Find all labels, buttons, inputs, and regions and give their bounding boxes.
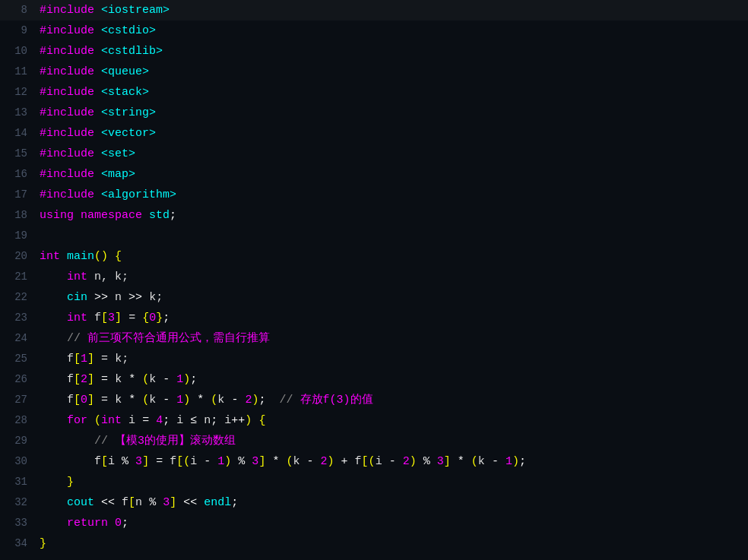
line-num-30: 30 [6, 451, 27, 472]
line-23: 23 int f[3] = {0}; [0, 308, 748, 328]
line-num-16: 16 [6, 164, 27, 185]
line-content-13: #include <string> [40, 103, 742, 123]
line-content-11: #include <queue> [40, 62, 742, 82]
line-15: 15 #include <set> [0, 144, 748, 164]
line-num-32: 32 [6, 492, 27, 513]
line-20: 20 int main() { [0, 246, 748, 267]
line-content-21: int n, k; [40, 267, 742, 287]
line-content-27: f[0] = k * (k - 1) * (k - 2); // 存放f(3)的… [40, 390, 742, 410]
line-num-13: 13 [6, 103, 27, 123]
line-content-34: } [40, 533, 742, 554]
line-content-9: #include <cstdio> [40, 21, 742, 41]
line-26: 26 f[2] = k * (k - 1); [0, 369, 748, 390]
line-num-22: 22 [6, 287, 27, 308]
line-content-25: f[1] = k; [40, 349, 742, 369]
line-num-9: 9 [6, 21, 27, 41]
line-33: 33 return 0; [0, 513, 748, 533]
line-content-20: int main() { [40, 246, 742, 267]
line-28: 28 for (int i = 4; i ≤ n; i++) { [0, 410, 748, 431]
line-content-15: #include <set> [40, 144, 742, 164]
line-content-30: f[i % 3] = f[(i - 1) % 3] * (k - 2) + f[… [40, 451, 742, 472]
line-29: 29 // 【模3的使用】滚动数组 [0, 431, 748, 451]
line-content-12: #include <stack> [40, 82, 742, 103]
line-25: 25 f[1] = k; [0, 349, 748, 369]
line-10: 10 #include <cstdlib> [0, 41, 748, 62]
line-9: 9 #include <cstdio> [0, 21, 748, 41]
line-14: 14 #include <vector> [0, 123, 748, 144]
line-content-26: f[2] = k * (k - 1); [40, 369, 742, 390]
code-editor: 8 #include <iostream> 9 #include <cstdio… [0, 0, 748, 560]
line-num-28: 28 [6, 410, 27, 431]
line-num-10: 10 [6, 41, 27, 62]
line-content-31: } [40, 472, 742, 492]
line-num-12: 12 [6, 82, 27, 103]
line-content-19 [40, 226, 742, 246]
line-content-18: using namespace std; [40, 205, 742, 226]
line-34: 34 } [0, 533, 748, 554]
line-num-26: 26 [6, 369, 27, 390]
line-12: 12 #include <stack> [0, 82, 748, 103]
line-num-14: 14 [6, 123, 27, 144]
line-22: 22 cin >> n >> k; [0, 287, 748, 308]
line-num-8: 8 [6, 0, 27, 21]
line-19: 19 [0, 226, 748, 246]
line-num-31: 31 [6, 472, 27, 492]
line-num-23: 23 [6, 308, 27, 328]
line-30: 30 f[i % 3] = f[(i - 1) % 3] * (k - 2) +… [0, 451, 748, 472]
line-num-34: 34 [6, 533, 27, 554]
line-num-18: 18 [6, 205, 27, 226]
line-17: 17 #include <algorithm> [0, 185, 748, 205]
line-num-21: 21 [6, 267, 27, 287]
line-num-24: 24 [6, 328, 27, 349]
line-8: 8 #include <iostream> [0, 0, 748, 21]
line-content-22: cin >> n >> k; [40, 287, 742, 308]
line-31: 31 } [0, 472, 748, 492]
line-content-8: #include <iostream> [40, 0, 742, 21]
line-content-23: int f[3] = {0}; [40, 308, 742, 328]
line-num-15: 15 [6, 144, 27, 164]
line-num-17: 17 [6, 185, 27, 205]
line-16: 16 #include <map> [0, 164, 748, 185]
line-27: 27 f[0] = k * (k - 1) * (k - 2); // 存放f(… [0, 390, 748, 410]
line-num-33: 33 [6, 513, 27, 533]
line-num-20: 20 [6, 246, 27, 267]
line-content-17: #include <algorithm> [40, 185, 742, 205]
line-num-27: 27 [6, 390, 27, 410]
line-11: 11 #include <queue> [0, 62, 748, 82]
line-24: 24 // 前三项不符合通用公式，需自行推算 [0, 328, 748, 349]
line-content-10: #include <cstdlib> [40, 41, 742, 62]
line-content-16: #include <map> [40, 164, 742, 185]
line-num-19: 19 [6, 226, 27, 246]
line-num-29: 29 [6, 431, 27, 451]
line-32: 32 cout << f[n % 3] << endl; [0, 492, 748, 513]
line-content-24: // 前三项不符合通用公式，需自行推算 [40, 328, 742, 349]
line-content-29: // 【模3的使用】滚动数组 [40, 431, 742, 451]
line-content-28: for (int i = 4; i ≤ n; i++) { [40, 410, 742, 431]
line-18: 18 using namespace std; [0, 205, 748, 226]
line-21: 21 int n, k; [0, 267, 748, 287]
line-content-32: cout << f[n % 3] << endl; [40, 492, 742, 513]
line-num-25: 25 [6, 349, 27, 369]
line-num-11: 11 [6, 62, 27, 82]
line-content-33: return 0; [40, 513, 742, 533]
line-content-14: #include <vector> [40, 123, 742, 144]
line-13: 13 #include <string> [0, 103, 748, 123]
